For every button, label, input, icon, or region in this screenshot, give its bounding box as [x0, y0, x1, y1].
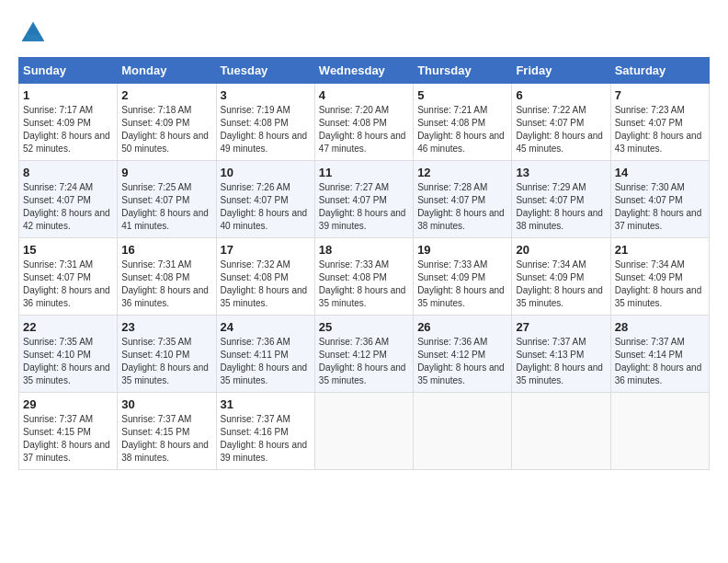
day-info: Sunrise: 7:23 AM Sunset: 4:07 PM Dayligh…: [615, 104, 705, 155]
day-info: Sunrise: 7:21 AM Sunset: 4:08 PM Dayligh…: [417, 104, 507, 155]
column-header-thursday: Thursday: [414, 58, 512, 84]
calendar-cell: 27 Sunrise: 7:37 AM Sunset: 4:13 PM Dayl…: [512, 316, 610, 393]
day-number: 8: [23, 166, 113, 179]
logo-icon: [18, 18, 48, 48]
day-number: 28: [615, 320, 705, 334]
day-number: 25: [319, 320, 409, 334]
day-number: 23: [121, 320, 211, 334]
day-number: 30: [121, 397, 211, 411]
day-number: 5: [417, 88, 507, 102]
day-info: Sunrise: 7:37 AM Sunset: 4:14 PM Dayligh…: [615, 336, 705, 387]
week-row-1: 1 Sunrise: 7:17 AM Sunset: 4:09 PM Dayli…: [19, 84, 710, 161]
day-info: Sunrise: 7:34 AM Sunset: 4:09 PM Dayligh…: [516, 259, 606, 310]
day-info: Sunrise: 7:28 AM Sunset: 4:07 PM Dayligh…: [417, 181, 507, 233]
day-number: 17: [221, 243, 311, 257]
week-row-2: 8 Sunrise: 7:24 AM Sunset: 4:07 PM Dayli…: [19, 161, 710, 238]
column-header-monday: Monday: [118, 58, 216, 84]
day-info: Sunrise: 7:31 AM Sunset: 4:07 PM Dayligh…: [23, 259, 113, 310]
day-info: Sunrise: 7:36 AM Sunset: 4:12 PM Dayligh…: [417, 336, 507, 387]
column-header-sunday: Sunday: [19, 58, 118, 84]
week-row-5: 29 Sunrise: 7:37 AM Sunset: 4:15 PM Dayl…: [19, 393, 710, 470]
calendar-cell: 25 Sunrise: 7:36 AM Sunset: 4:12 PM Dayl…: [314, 316, 413, 393]
column-header-wednesday: Wednesday: [314, 58, 413, 84]
svg-rect-2: [27, 35, 40, 41]
day-info: Sunrise: 7:33 AM Sunset: 4:09 PM Dayligh…: [417, 259, 507, 310]
calendar-cell: 31 Sunrise: 7:37 AM Sunset: 4:16 PM Dayl…: [216, 393, 314, 470]
day-number: 11: [319, 166, 409, 179]
day-number: 24: [221, 320, 311, 334]
calendar-cell: [414, 393, 512, 470]
day-number: 29: [23, 397, 113, 411]
calendar-cell: 17 Sunrise: 7:32 AM Sunset: 4:08 PM Dayl…: [216, 238, 314, 316]
day-number: 31: [221, 397, 311, 411]
calendar-cell: 2 Sunrise: 7:18 AM Sunset: 4:09 PM Dayli…: [118, 84, 216, 161]
day-number: 14: [615, 166, 705, 179]
calendar-cell: 4 Sunrise: 7:20 AM Sunset: 4:08 PM Dayli…: [314, 84, 413, 161]
calendar-cell: 22 Sunrise: 7:35 AM Sunset: 4:10 PM Dayl…: [19, 316, 118, 393]
day-info: Sunrise: 7:27 AM Sunset: 4:07 PM Dayligh…: [319, 181, 409, 233]
calendar-cell: 11 Sunrise: 7:27 AM Sunset: 4:07 PM Dayl…: [314, 161, 413, 238]
calendar-cell: 12 Sunrise: 7:28 AM Sunset: 4:07 PM Dayl…: [414, 161, 512, 238]
calendar-cell: 20 Sunrise: 7:34 AM Sunset: 4:09 PM Dayl…: [512, 238, 610, 316]
calendar-cell: 10 Sunrise: 7:26 AM Sunset: 4:07 PM Dayl…: [216, 161, 314, 238]
calendar-cell: 28 Sunrise: 7:37 AM Sunset: 4:14 PM Dayl…: [610, 316, 709, 393]
day-info: Sunrise: 7:25 AM Sunset: 4:07 PM Dayligh…: [121, 181, 211, 233]
day-number: 10: [221, 166, 311, 179]
day-number: 19: [417, 243, 507, 257]
day-info: Sunrise: 7:26 AM Sunset: 4:07 PM Dayligh…: [221, 181, 311, 233]
calendar-cell: 14 Sunrise: 7:30 AM Sunset: 4:07 PM Dayl…: [610, 161, 709, 238]
day-number: 9: [121, 166, 211, 179]
calendar-cell: 24 Sunrise: 7:36 AM Sunset: 4:11 PM Dayl…: [216, 316, 314, 393]
day-number: 20: [516, 243, 606, 257]
day-info: Sunrise: 7:37 AM Sunset: 4:13 PM Dayligh…: [516, 336, 606, 387]
day-number: 18: [319, 243, 409, 257]
calendar-cell: 15 Sunrise: 7:31 AM Sunset: 4:07 PM Dayl…: [19, 238, 118, 316]
calendar-cell: 9 Sunrise: 7:25 AM Sunset: 4:07 PM Dayli…: [118, 161, 216, 238]
day-number: 13: [516, 166, 606, 179]
column-header-tuesday: Tuesday: [216, 58, 314, 84]
day-info: Sunrise: 7:30 AM Sunset: 4:07 PM Dayligh…: [615, 181, 705, 233]
day-number: 26: [417, 320, 507, 334]
calendar-cell: 16 Sunrise: 7:31 AM Sunset: 4:08 PM Dayl…: [118, 238, 216, 316]
day-info: Sunrise: 7:34 AM Sunset: 4:09 PM Dayligh…: [615, 259, 705, 310]
column-header-friday: Friday: [512, 58, 610, 84]
calendar-cell: 7 Sunrise: 7:23 AM Sunset: 4:07 PM Dayli…: [610, 84, 709, 161]
day-number: 12: [417, 166, 507, 179]
calendar-cell: 13 Sunrise: 7:29 AM Sunset: 4:07 PM Dayl…: [512, 161, 610, 238]
week-row-3: 15 Sunrise: 7:31 AM Sunset: 4:07 PM Dayl…: [19, 238, 710, 316]
day-info: Sunrise: 7:36 AM Sunset: 4:11 PM Dayligh…: [221, 336, 311, 387]
day-info: Sunrise: 7:31 AM Sunset: 4:08 PM Dayligh…: [121, 259, 211, 310]
logo: [18, 18, 51, 48]
day-info: Sunrise: 7:35 AM Sunset: 4:10 PM Dayligh…: [121, 336, 211, 387]
day-info: Sunrise: 7:33 AM Sunset: 4:08 PM Dayligh…: [319, 259, 409, 310]
calendar-cell: 23 Sunrise: 7:35 AM Sunset: 4:10 PM Dayl…: [118, 316, 216, 393]
day-number: 22: [23, 320, 113, 334]
page-header: [18, 18, 710, 48]
calendar-cell: 26 Sunrise: 7:36 AM Sunset: 4:12 PM Dayl…: [414, 316, 512, 393]
day-number: 6: [516, 88, 606, 102]
day-number: 1: [23, 88, 113, 102]
calendar-cell: 30 Sunrise: 7:37 AM Sunset: 4:15 PM Dayl…: [118, 393, 216, 470]
day-info: Sunrise: 7:18 AM Sunset: 4:09 PM Dayligh…: [121, 104, 211, 155]
day-number: 15: [23, 243, 113, 257]
calendar-cell: 29 Sunrise: 7:37 AM Sunset: 4:15 PM Dayl…: [19, 393, 118, 470]
calendar-cell: [314, 393, 413, 470]
day-number: 7: [615, 88, 705, 102]
day-info: Sunrise: 7:36 AM Sunset: 4:12 PM Dayligh…: [319, 336, 409, 387]
calendar-table: SundayMondayTuesdayWednesdayThursdayFrid…: [18, 57, 710, 470]
calendar-cell: 18 Sunrise: 7:33 AM Sunset: 4:08 PM Dayl…: [314, 238, 413, 316]
calendar-cell: 5 Sunrise: 7:21 AM Sunset: 4:08 PM Dayli…: [414, 84, 512, 161]
day-number: 3: [221, 88, 311, 102]
day-number: 21: [615, 243, 705, 257]
day-info: Sunrise: 7:37 AM Sunset: 4:15 PM Dayligh…: [23, 413, 113, 465]
calendar-cell: 8 Sunrise: 7:24 AM Sunset: 4:07 PM Dayli…: [19, 161, 118, 238]
week-row-4: 22 Sunrise: 7:35 AM Sunset: 4:10 PM Dayl…: [19, 316, 710, 393]
day-info: Sunrise: 7:37 AM Sunset: 4:16 PM Dayligh…: [221, 413, 311, 465]
day-info: Sunrise: 7:24 AM Sunset: 4:07 PM Dayligh…: [23, 181, 113, 233]
day-info: Sunrise: 7:20 AM Sunset: 4:08 PM Dayligh…: [319, 104, 409, 155]
day-number: 16: [121, 243, 211, 257]
day-info: Sunrise: 7:37 AM Sunset: 4:15 PM Dayligh…: [121, 413, 211, 465]
day-info: Sunrise: 7:22 AM Sunset: 4:07 PM Dayligh…: [516, 104, 606, 155]
calendar-cell: 6 Sunrise: 7:22 AM Sunset: 4:07 PM Dayli…: [512, 84, 610, 161]
calendar-cell: 1 Sunrise: 7:17 AM Sunset: 4:09 PM Dayli…: [19, 84, 118, 161]
